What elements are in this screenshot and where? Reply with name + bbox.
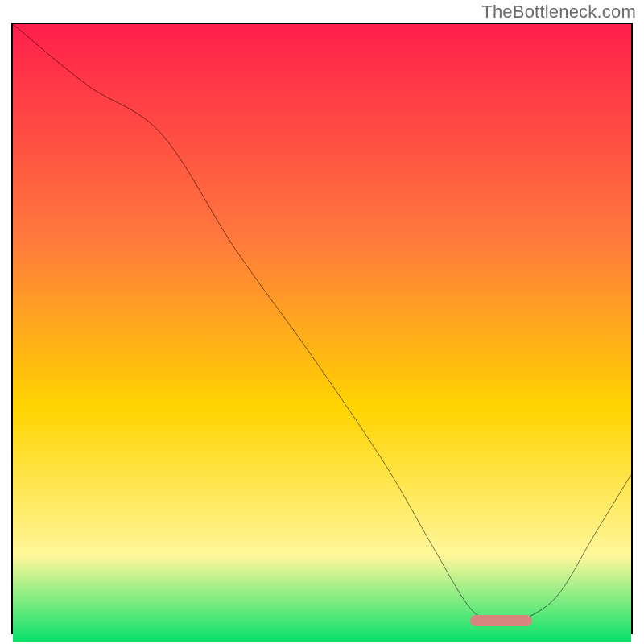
optimal-range-marker — [470, 615, 532, 626]
plot-area — [11, 23, 633, 634]
bottleneck-curve — [13, 24, 631, 633]
chart-container: TheBottleneck.com — [0, 0, 644, 644]
watermark-text: TheBottleneck.com — [481, 2, 636, 23]
